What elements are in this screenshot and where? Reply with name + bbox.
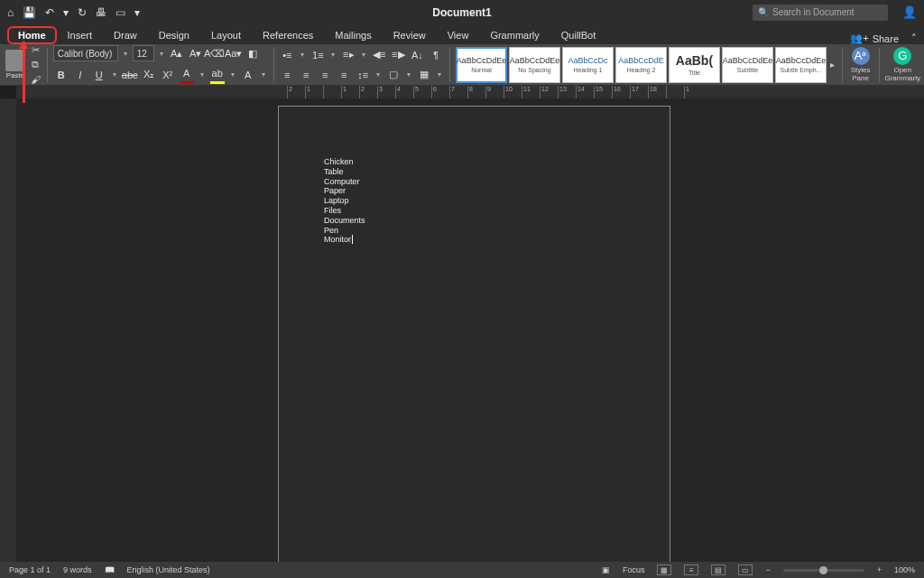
effects-dd-icon[interactable]: ▾ [259,70,268,79]
tab-home[interactable]: Home [7,26,57,44]
styles-pane-button[interactable]: Aᵃ Styles Pane [847,47,873,83]
tab-mailings[interactable]: Mailings [324,26,382,44]
style-title[interactable]: AaBb(Title [669,47,720,83]
ruler-vertical[interactable] [0,98,16,562]
align-right-button[interactable]: ≡ [317,67,333,83]
doc-line[interactable]: Documents [324,216,624,226]
redo-icon[interactable]: ↻ [78,6,87,19]
highlight-eraser-icon[interactable]: ◧ [245,45,261,61]
doc-line[interactable]: Computer [324,177,624,187]
qat-more-icon[interactable]: ▾ [134,6,140,19]
styles-more-icon[interactable]: ▸ [828,60,836,70]
zoom-out-button[interactable]: − [765,565,770,574]
line-spacing-button[interactable]: ↕≡ [355,67,371,83]
doc-line[interactable]: Files [324,206,624,216]
tab-review[interactable]: Review [383,26,437,44]
highlight-button[interactable]: ab [209,65,226,84]
indent-button[interactable]: ≡▶ [390,47,406,63]
undo-dd-icon[interactable]: ▾ [63,6,69,19]
highlight-dd-icon[interactable]: ▾ [228,70,237,79]
save-icon[interactable]: 💾 [23,6,36,19]
cut-icon[interactable]: ✂ [29,44,42,57]
strike-button[interactable]: abc [122,67,138,83]
ruler-horizontal[interactable]: 211234567891011121314151617181 [16,86,924,98]
touch-icon[interactable]: ▭ [116,6,125,19]
doc-line[interactable]: Monitor [324,235,624,245]
doc-line[interactable]: Table [324,167,624,177]
font-color-button[interactable]: A [179,65,195,84]
change-case-button[interactable]: Aa▾ [226,45,242,61]
style-subtle-emph-[interactable]: AaBbCcDdEeSubtle Emph... [775,47,827,83]
font-size-select[interactable]: 12 [133,45,154,61]
collapse-ribbon-icon[interactable]: ˄ [911,33,917,44]
style-heading-2[interactable]: AaBbCcDdEHeading 2 [615,47,667,83]
tab-draw[interactable]: Draw [103,26,148,44]
home-icon[interactable]: ⌂ [7,6,14,19]
style-subtitle[interactable]: AaBbCcDdEeSubtitle [722,47,773,83]
tab-design[interactable]: Design [148,26,200,44]
tab-layout[interactable]: Layout [200,26,252,44]
status-language[interactable]: English (United States) [127,565,210,574]
text-effects-button[interactable]: A [240,67,256,83]
view-print-icon[interactable]: ▦ [657,564,671,575]
grow-font-button[interactable]: A▴ [169,45,185,61]
doc-line[interactable]: Chicken [324,157,624,167]
view-draft-icon[interactable]: ▭ [738,564,753,575]
align-left-button[interactable]: ≡ [279,67,295,83]
underline-button[interactable]: U [91,67,107,83]
tab-insert[interactable]: Insert [57,26,104,44]
subscript-button[interactable]: X₂ [141,67,157,83]
tab-references[interactable]: References [252,26,324,44]
format-painter-icon[interactable]: 🖌 [29,73,42,86]
borders-button[interactable]: ▦ [416,67,432,83]
shrink-font-button[interactable]: A▾ [188,45,204,61]
document-canvas[interactable]: ChickenTableComputerPaperLaptopFilesDocu… [16,98,924,562]
spellcheck-icon[interactable]: 📖 [105,565,115,574]
dedent-button[interactable]: ◀≡ [371,47,387,63]
multilevel-button[interactable]: ≡▸ [340,47,356,63]
tab-quillbot[interactable]: QuillBot [550,26,607,44]
font-name-select[interactable]: Calibri (Body) [53,45,118,61]
user-avatar-icon[interactable]: 👤 [902,5,917,19]
justify-button[interactable]: ≡ [336,67,352,83]
status-page[interactable]: Page 1 of 1 [9,565,51,574]
undo-icon[interactable]: ↶ [45,6,54,19]
superscript-button[interactable]: X² [160,67,176,83]
view-outline-icon[interactable]: ▤ [711,564,725,575]
doc-line[interactable]: Pen [324,226,624,236]
print-icon[interactable]: 🖶 [96,6,106,19]
focus-mode-icon[interactable]: ▣ [602,565,610,574]
clear-format-button[interactable]: A⌫ [207,45,223,61]
zoom-in-button[interactable]: + [877,565,882,574]
zoom-slider[interactable] [783,569,864,572]
share-button[interactable]: 👥+ Share [850,33,899,44]
style-normal[interactable]: AaBbCcDdEeNormal [456,47,507,83]
numbering-button[interactable]: 1≡ [310,47,326,63]
shading-button[interactable]: ▢ [385,67,402,83]
copy-icon[interactable]: ⧉ [29,59,42,71]
bold-button[interactable]: B [53,67,69,83]
underline-dd-icon[interactable]: ▾ [110,70,119,79]
ribbon-tabs: Home Insert Draw Design Layout Reference… [0,24,924,44]
zoom-level[interactable]: 100% [894,565,915,574]
page[interactable]: ChickenTableComputerPaperLaptopFilesDocu… [278,106,670,562]
font-size-dd-icon[interactable]: ▾ [157,50,166,58]
grammarly-pane-button[interactable]: G Open Grammarly [884,47,920,83]
tab-view[interactable]: View [437,26,480,44]
font-color-dd-icon[interactable]: ▾ [198,70,207,79]
view-web-icon[interactable]: ≡ [684,564,698,575]
align-center-button[interactable]: ≡ [298,67,314,83]
italic-button[interactable]: I [72,67,88,83]
doc-line[interactable]: Paper [324,186,624,196]
style-heading-1[interactable]: AaBbCcDcHeading 1 [562,47,614,83]
tab-grammarly[interactable]: Grammarly [479,26,550,44]
sort-button[interactable]: A↓ [409,47,425,63]
bullets-button[interactable]: •≡ [279,47,295,63]
font-name-dd-icon[interactable]: ▾ [121,50,130,58]
status-words[interactable]: 9 words [63,565,92,574]
doc-line[interactable]: Laptop [324,196,624,206]
style-no-spacing[interactable]: AaBbCcDdEeNo Spacing [509,47,560,83]
status-focus[interactable]: Focus [623,565,645,574]
search-input[interactable]: 🔍 Search in Document [753,5,888,21]
paragraph-marks-button[interactable]: ¶ [428,47,444,63]
